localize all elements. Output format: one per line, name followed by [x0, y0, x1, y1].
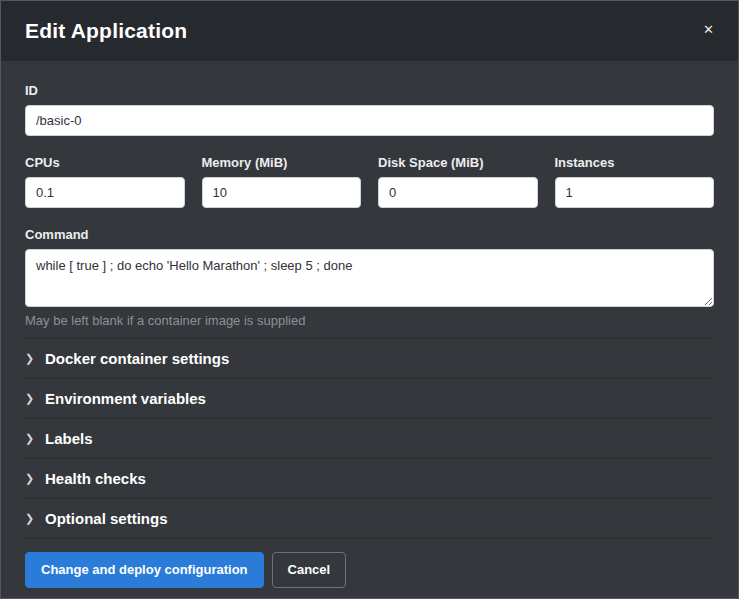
resources-row: CPUs Memory (MiB) Disk Space (MiB) Insta… — [25, 155, 714, 208]
command-field-group: Command while [ true ] ; do echo 'Hello … — [25, 227, 714, 328]
id-label: ID — [25, 83, 714, 98]
section-health-checks[interactable]: ❯ Health checks — [25, 458, 714, 498]
section-docker-container-settings[interactable]: ❯ Docker container settings — [25, 338, 714, 378]
command-help-text: May be left blank if a container image i… — [25, 313, 714, 328]
close-icon[interactable]: ✕ — [701, 19, 716, 40]
chevron-right-icon: ❯ — [25, 433, 45, 444]
modal-footer: Change and deploy configuration Cancel — [1, 539, 738, 599]
change-and-deploy-button[interactable]: Change and deploy configuration — [25, 552, 264, 588]
modal-body: ID CPUs Memory (MiB) Disk Space (MiB) In… — [1, 61, 738, 539]
instances-input[interactable] — [555, 177, 715, 208]
edit-application-modal: Edit Application ✕ ID CPUs Memory (MiB) … — [0, 0, 739, 599]
instances-field-group: Instances — [555, 155, 715, 208]
collapsible-sections: ❯ Docker container settings ❯ Environmen… — [25, 338, 714, 539]
instances-label: Instances — [555, 155, 715, 170]
chevron-right-icon: ❯ — [25, 513, 45, 524]
chevron-right-icon: ❯ — [25, 353, 45, 364]
cancel-button[interactable]: Cancel — [272, 552, 347, 588]
modal-header: Edit Application ✕ — [1, 1, 738, 61]
section-label: Labels — [45, 430, 93, 447]
memory-input[interactable] — [202, 177, 362, 208]
command-label: Command — [25, 227, 714, 242]
disk-space-field-group: Disk Space (MiB) — [378, 155, 538, 208]
section-labels[interactable]: ❯ Labels — [25, 418, 714, 458]
cpus-field-group: CPUs — [25, 155, 185, 208]
id-field-group: ID — [25, 83, 714, 136]
section-label: Environment variables — [45, 390, 206, 407]
memory-label: Memory (MiB) — [202, 155, 362, 170]
section-environment-variables[interactable]: ❯ Environment variables — [25, 378, 714, 418]
cpus-input[interactable] — [25, 177, 185, 208]
section-label: Health checks — [45, 470, 146, 487]
section-label: Docker container settings — [45, 350, 229, 367]
cpus-label: CPUs — [25, 155, 185, 170]
memory-field-group: Memory (MiB) — [202, 155, 362, 208]
section-optional-settings[interactable]: ❯ Optional settings — [25, 498, 714, 538]
modal-title: Edit Application — [25, 19, 187, 43]
id-input[interactable] — [25, 105, 714, 136]
command-textarea[interactable]: while [ true ] ; do echo 'Hello Marathon… — [25, 249, 714, 307]
chevron-right-icon: ❯ — [25, 473, 45, 484]
section-label: Optional settings — [45, 510, 168, 527]
chevron-right-icon: ❯ — [25, 393, 45, 404]
disk-space-input[interactable] — [378, 177, 538, 208]
disk-space-label: Disk Space (MiB) — [378, 155, 538, 170]
